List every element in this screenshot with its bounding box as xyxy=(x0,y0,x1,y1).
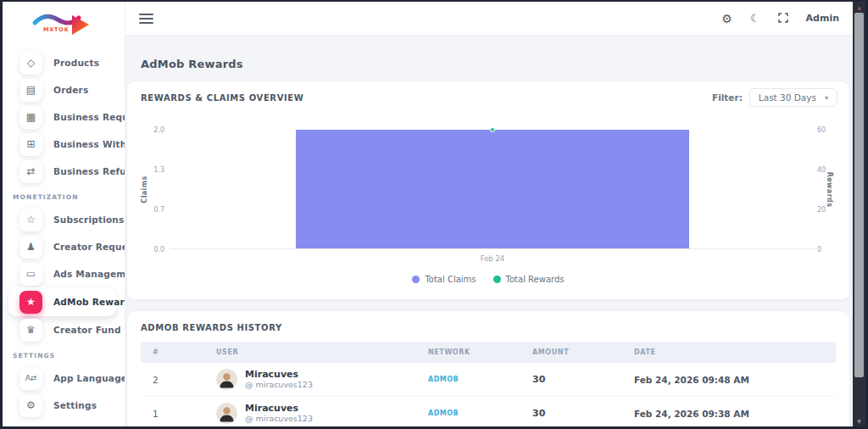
sidebar-item-label: Orders xyxy=(53,85,88,95)
topbar: ⚙ ☾ Admin xyxy=(125,2,853,36)
sidebar: MXTOK ◇ Products ▤ Orders ▦ Business Req… xyxy=(3,2,125,426)
left-axis-title: Claims xyxy=(141,176,148,203)
legend-total-claims[interactable]: Total Claims xyxy=(412,275,476,284)
date-value: Feb 24, 2026 09:48 AM xyxy=(622,375,836,385)
plot-area xyxy=(170,130,815,249)
avatar xyxy=(216,403,237,424)
filter-label: Filter: xyxy=(712,92,743,103)
sidebar-item-label: Creator Fund xyxy=(53,325,121,335)
user-menu[interactable]: Admin xyxy=(806,13,839,24)
user-name: Miracuves xyxy=(245,403,313,415)
sidebar-item-app-languages[interactable]: A⇄ App Languages xyxy=(3,365,125,392)
filter-dropdown[interactable]: Last 30 Days ▾ xyxy=(749,88,837,107)
sidebar-item-label: Business Requests xyxy=(53,112,125,122)
table-row[interactable]: 2 Miracuves @ miracuves123 ADMOB 30 Feb … xyxy=(141,363,836,397)
content-area: AdMob Rewards REWARDS & CLAIMS OVERVIEW … xyxy=(125,36,853,426)
chart: Claims Rewards 2.0 1.3 0.7 0.0 60 40 20 … xyxy=(127,120,849,255)
chevron-down-icon: ▾ xyxy=(825,94,828,102)
sidebar-item-business-withdrawals[interactable]: ⊞ Business Withdrawals xyxy=(3,131,125,158)
sidebar-item-admob-rewards[interactable]: ★ AdMob Rewards xyxy=(8,287,116,316)
user-name: Miracuves xyxy=(245,369,313,381)
gift-icon: ★ xyxy=(19,291,42,314)
amount-value: 30 xyxy=(520,374,622,385)
legend-label: Total Rewards xyxy=(506,275,565,284)
scroll-up-icon[interactable]: ▲ xyxy=(853,2,865,13)
sidebar-item-settings[interactable]: ⚙ Settings xyxy=(3,392,125,419)
rewards-claims-overview-card: REWARDS & CLAIMS OVERVIEW Filter: Last 3… xyxy=(127,81,849,299)
sidebar-nav: ◇ Products ▤ Orders ▦ Business Requests … xyxy=(3,49,125,419)
sidebar-section-monetization: MONETIZATION xyxy=(3,185,125,206)
brand-logo-icon: MXTOK xyxy=(28,8,99,42)
legend-label: Total Claims xyxy=(425,275,476,284)
col-header-user: USER xyxy=(204,348,416,356)
menu-icon[interactable] xyxy=(139,14,153,24)
sidebar-item-ads-management[interactable]: ▭ Ads Management xyxy=(3,260,125,287)
table-title: ADMOB REWARDS HISTORY xyxy=(127,311,849,342)
sidebar-item-label: Business Withdrawals xyxy=(53,139,125,149)
sidebar-item-label: Products xyxy=(53,58,99,68)
table-row[interactable]: 1 Miracuves @ miracuves123 ADMOB 30 Feb … xyxy=(141,397,836,426)
row-id: 2 xyxy=(141,375,204,385)
right-axis-tick: 40 xyxy=(817,166,839,174)
main-area: ⚙ ☾ Admin AdMob Rewards REWARDS & CLAIMS… xyxy=(125,2,853,426)
monitor-icon: ▭ xyxy=(19,263,42,286)
vertical-scrollbar[interactable]: ▲ ▼ xyxy=(853,2,865,426)
withdrawal-icon: ⊞ xyxy=(19,133,42,156)
scrollbar-thumb[interactable] xyxy=(854,13,864,377)
left-axis-tick: 0.7 xyxy=(127,206,164,214)
col-header-id: # xyxy=(141,348,204,356)
translate-icon: A⇄ xyxy=(19,367,42,390)
sidebar-item-label: Ads Management xyxy=(53,269,125,279)
right-axis-tick: 60 xyxy=(817,126,839,134)
avatar xyxy=(216,369,237,390)
user-handle: @ miracuves123 xyxy=(245,414,313,424)
rewards-legend-dot xyxy=(493,276,501,283)
brand-name: MXTOK xyxy=(43,26,70,33)
star-icon: ☆ xyxy=(19,209,42,231)
row-id: 1 xyxy=(141,409,204,419)
sidebar-item-business-requests[interactable]: ▦ Business Requests xyxy=(3,103,125,131)
sidebar-item-label: Subscriptions xyxy=(53,214,124,225)
scroll-down-icon[interactable]: ▼ xyxy=(853,415,865,426)
sidebar-item-label: Creator Requests xyxy=(53,242,125,252)
settings-gear-icon[interactable]: ⚙ xyxy=(721,13,732,25)
sidebar-item-label: Business Refunds xyxy=(53,166,125,176)
legend-total-rewards[interactable]: Total Rewards xyxy=(493,275,565,284)
left-axis-tick: 1.3 xyxy=(127,166,164,174)
brand-logo[interactable]: MXTOK xyxy=(3,2,125,49)
trophy-icon: ♛ xyxy=(19,319,42,342)
sidebar-item-business-refunds[interactable]: ⇄ Business Refunds xyxy=(3,158,125,185)
col-header-network: NETWORK xyxy=(416,348,520,356)
claims-bar[interactable] xyxy=(296,130,690,248)
sidebar-item-creator-fund[interactable]: ♛ Creator Fund xyxy=(3,316,125,343)
date-value: Feb 24, 2026 09:38 AM xyxy=(622,409,836,419)
sidebar-item-label: AdMob Rewards xyxy=(53,297,125,307)
amount-value: 30 xyxy=(520,408,622,419)
fullscreen-icon[interactable] xyxy=(778,13,788,25)
sidebar-item-label: Settings xyxy=(53,400,97,410)
network-badge: ADMOB xyxy=(416,376,520,383)
col-header-date: DATE xyxy=(622,348,836,356)
app-window: MXTOK ◇ Products ▤ Orders ▦ Business Req… xyxy=(0,0,868,429)
chart-legend: Total Claims Total Rewards xyxy=(127,275,849,284)
sidebar-item-subscriptions[interactable]: ☆ Subscriptions xyxy=(3,206,125,233)
sidebar-item-label: App Languages xyxy=(53,373,125,383)
admob-rewards-history-card: ADMOB REWARDS HISTORY # USER NETWORK AMO… xyxy=(127,311,849,426)
sidebar-item-creator-requests[interactable]: ♟ Creator Requests xyxy=(3,233,125,260)
rewards-point[interactable] xyxy=(490,127,495,132)
table-header-row: # USER NETWORK AMOUNT DATE xyxy=(141,342,836,363)
sidebar-item-orders[interactable]: ▤ Orders xyxy=(3,76,125,103)
dark-mode-moon-icon[interactable]: ☾ xyxy=(750,13,760,24)
refund-arrows-icon: ⇄ xyxy=(19,160,42,183)
user-check-icon: ♟ xyxy=(19,236,42,259)
sidebar-item-products[interactable]: ◇ Products xyxy=(3,49,125,76)
network-badge: ADMOB xyxy=(416,410,520,417)
x-axis-tick: Feb 24 xyxy=(170,254,815,263)
gear-icon: ⚙ xyxy=(19,394,42,417)
right-axis-title: Rewards xyxy=(826,172,834,208)
invoice-icon: ▤ xyxy=(19,79,42,102)
left-axis-tick: 2.0 xyxy=(127,126,164,134)
col-header-amount: AMOUNT xyxy=(520,348,622,356)
chart-card-title: REWARDS & CLAIMS OVERVIEW xyxy=(141,93,303,103)
left-axis-tick: 0.0 xyxy=(127,246,164,254)
